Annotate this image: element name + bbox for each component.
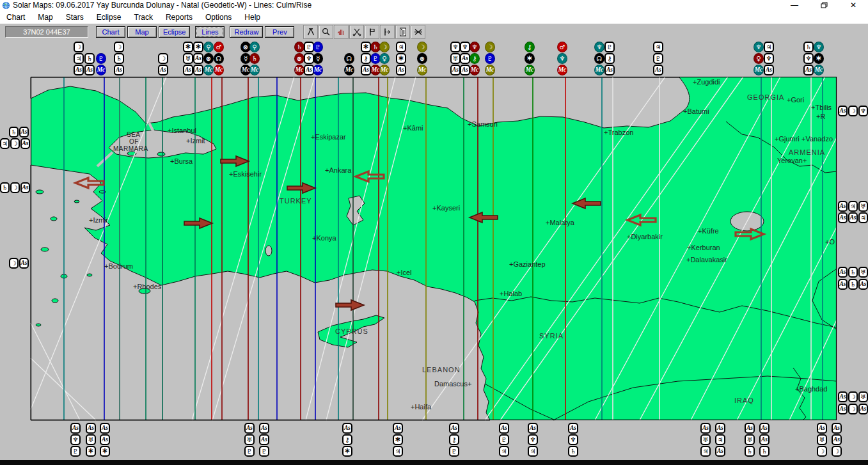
menu-eclipse[interactable]: Eclipse (90, 13, 128, 22)
lines-button[interactable]: Lines (195, 26, 225, 38)
menu-stars[interactable]: Stars (59, 13, 90, 22)
line-marker-top: ♇☿Mc (313, 42, 323, 75)
glyph-badge-☽: ☽ (9, 258, 19, 269)
redraw-button[interactable]: Redraw (230, 26, 263, 38)
glyph-badge-As: As (84, 65, 95, 75)
clip-tool[interactable] (349, 25, 364, 39)
city-label: +Diyarbakir (627, 233, 663, 240)
glyph-badge-♅: ♅ (450, 53, 461, 64)
glyph-badge-As: As (764, 65, 774, 75)
glyph-badge-♄: ♄ (114, 53, 124, 64)
astro-map-canvas[interactable] (0, 0, 868, 465)
city-label: +Batumi (683, 107, 709, 115)
line-marker-top: ♂☊Mc (214, 42, 224, 75)
menu-options[interactable]: Options (199, 13, 238, 22)
glyph-badge-Mc: Mc (470, 65, 480, 75)
glyph-badge-♀: ♀ (203, 42, 214, 52)
glyph-badge-♇: ♇ (499, 434, 509, 445)
island (41, 248, 49, 251)
report-tool[interactable] (395, 25, 410, 39)
line-marker-top: ♃♆As (764, 42, 774, 75)
glyph-badge-☽: ☽ (158, 53, 168, 64)
menu-track[interactable]: Track (127, 13, 159, 22)
glyph-badge-♀: ♀ (754, 53, 764, 64)
line-marker-bottom: AsAs* (100, 423, 110, 457)
line-marker-top: ♇⚷As (604, 42, 615, 75)
glyph-badge-As: As (70, 423, 81, 434)
glyph-badge-As: As (838, 404, 848, 414)
glyph-badge-Mc: Mc (96, 65, 106, 75)
glyph-badge-♅: ♅ (858, 201, 868, 212)
map-button[interactable]: Map (127, 26, 157, 38)
country-label: ARMENIA (789, 148, 825, 156)
line-marker-top: ☊Mc (344, 53, 354, 75)
glyph-badge-♆: ♆ (814, 42, 824, 52)
compass-tool[interactable] (303, 25, 318, 39)
glyph-badge-As: As (259, 434, 269, 445)
line-marker-top: ♆⚷Mc (470, 42, 480, 75)
glyph-badge-As: As (700, 423, 711, 434)
line-marker-bottom: As⚷* (342, 423, 352, 457)
toolbar: 37N02 044E37 ChartMapEclipseLinesRedrawP… (0, 24, 868, 40)
line-marker-top: ♃♇As (653, 42, 663, 75)
glyph-badge-♅: ♅ (183, 53, 193, 64)
glyph-badge-Mc: Mc (203, 65, 214, 75)
line-marker-right: As☽♆ (838, 106, 868, 116)
city-label: +Gjumri (775, 135, 800, 143)
city-label: +Eskipazar (311, 133, 346, 141)
city-label: +Haifa (411, 403, 431, 411)
zoom-tool[interactable] (319, 25, 333, 39)
cross-tool[interactable] (411, 25, 425, 39)
glyph-badge-♆: ♆ (557, 53, 567, 64)
close-button[interactable]: ✕ (839, 0, 868, 10)
menu-reports[interactable]: Reports (159, 13, 199, 22)
step-tool[interactable] (380, 25, 395, 39)
city-label: +Samsun (468, 120, 498, 128)
eclipse-button[interactable]: Eclipse (159, 26, 190, 38)
glyph-badge-As: As (100, 434, 110, 445)
glyph-badge-♄: ♄ (84, 53, 95, 64)
glyph-badge-♃: ♃ (700, 446, 711, 457)
line-marker-top: ♆*Mc (814, 42, 824, 75)
glyph-badge-As: As (848, 212, 858, 223)
glyph-badge-As: As (450, 65, 461, 75)
line-marker-top: ♆♅As (450, 42, 461, 75)
line-marker-top: ☽♇Mc (485, 42, 495, 75)
glyph-badge-Mc: Mc (594, 65, 604, 75)
glyph-badge-Mc: Mc (417, 65, 427, 75)
city-label: +Dalavakasir (686, 256, 727, 264)
minimize-button[interactable]: — (780, 0, 809, 10)
city-label: +Trabzon (604, 129, 633, 136)
line-marker-bottom: As♆♄ (568, 423, 578, 457)
city-label: +Izmir (89, 216, 108, 224)
chart-button[interactable]: Chart (96, 26, 125, 38)
glyph-badge-♅: ♅ (817, 434, 827, 445)
glyph-badge-♅: ♅ (244, 434, 255, 445)
pan-tool[interactable] (334, 25, 349, 39)
prev-button[interactable]: Prev (265, 26, 294, 38)
glyph-badge-♅: ♅ (858, 391, 868, 402)
glyph-badge-As: As (653, 65, 663, 75)
glyph-badge-♅: ♅ (700, 434, 711, 445)
glyph-badge-⚷: ⚷ (361, 53, 371, 64)
maximize-button[interactable] (809, 0, 839, 10)
glyph-badge-As: As (114, 65, 124, 75)
glyph-badge-♅: ♅ (745, 434, 755, 445)
city-label: +Malatya (546, 219, 574, 226)
glyph-badge-⚷: ⚷ (604, 53, 615, 64)
glyph-badge-As: As (715, 446, 725, 457)
city-label: +Vanadzo (801, 135, 833, 143)
menu-help[interactable]: Help (238, 13, 267, 22)
glyph-badge-As: As (715, 423, 725, 434)
line-marker-top: ♂♆Mc (557, 42, 567, 75)
menu-map[interactable]: Map (31, 13, 59, 22)
glyph-badge-As: As (858, 279, 868, 290)
flag-tool[interactable] (365, 25, 379, 39)
line-marker-top: ☽♀Mc (379, 42, 390, 75)
glyph-badge-♇: ♇ (96, 53, 106, 64)
island (157, 152, 165, 156)
glyph-badge-As: As (460, 53, 470, 64)
glyph-badge-♀: ♀ (379, 53, 390, 64)
line-marker-top: ⚷*Mc (525, 42, 535, 75)
menu-chart[interactable]: Chart (0, 13, 31, 22)
